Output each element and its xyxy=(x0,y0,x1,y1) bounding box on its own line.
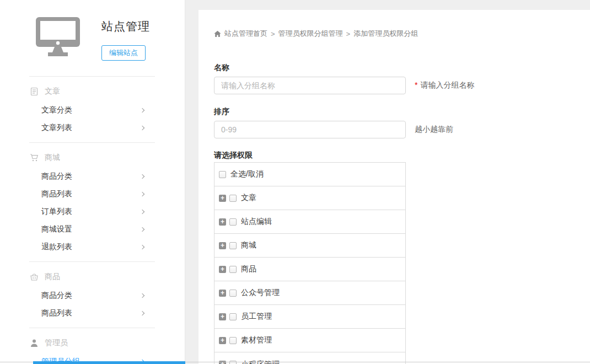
sidebar-item-goods-category[interactable]: 商品分类 xyxy=(0,168,185,185)
sidebar-section-admin: 管理员 xyxy=(0,338,185,349)
sidebar-item-product-list[interactable]: 商品列表 xyxy=(0,304,185,322)
edit-site-button[interactable]: 编辑站点 xyxy=(101,45,146,61)
menu-item-label: 文章列表 xyxy=(41,123,72,133)
permissions-label: 请选择权限 xyxy=(214,150,590,160)
permission-label: 文章 xyxy=(241,193,256,203)
divider xyxy=(29,328,155,328)
sidebar-section-articles: 文章 xyxy=(0,86,185,97)
permission-row-articles: 文章 xyxy=(214,186,405,210)
monitor-icon xyxy=(35,17,81,57)
checkbox[interactable] xyxy=(229,266,237,273)
menu-articles: 文章分类 文章列表 xyxy=(0,101,185,137)
chevron-right-icon xyxy=(140,174,144,179)
sort-field-row: 越小越靠前 xyxy=(214,121,590,138)
expand-plus-icon[interactable] xyxy=(219,195,226,202)
menu-item-label: 文章分类 xyxy=(41,105,72,115)
permission-label: 素材管理 xyxy=(241,335,272,345)
section-label: 文章 xyxy=(45,87,60,97)
sidebar-item-order-list[interactable]: 订单列表 xyxy=(0,203,185,221)
chevron-right-icon xyxy=(140,192,144,196)
sidebar-header-text: 站点管理 编辑站点 xyxy=(101,17,150,61)
breadcrumb-separator: > xyxy=(346,30,351,38)
checkbox[interactable] xyxy=(229,218,237,226)
checkbox[interactable] xyxy=(229,242,237,249)
sort-hint: 越小越靠前 xyxy=(415,125,453,135)
sidebar-next-item-highlight xyxy=(33,361,185,364)
menu-products: 商品分类 商品列表 xyxy=(0,287,185,322)
chevron-right-icon xyxy=(140,227,144,232)
section-label: 商城 xyxy=(45,153,60,163)
chevron-right-icon xyxy=(140,245,144,249)
person-icon xyxy=(30,339,39,347)
checkbox[interactable] xyxy=(229,290,237,297)
breadcrumb: 站点管理首页 > 管理员权限分组管理 > 添加管理员权限分组 xyxy=(214,29,590,39)
name-field-row: *请输入分组名称 xyxy=(214,77,590,94)
sort-label: 排序 xyxy=(214,106,590,116)
menu-item-label: 退款列表 xyxy=(41,242,72,252)
menu-item-label: 订单列表 xyxy=(41,207,72,217)
chevron-right-icon xyxy=(140,126,144,130)
permission-row-mall: 商城 xyxy=(214,234,405,258)
checkbox[interactable] xyxy=(229,337,237,344)
checkbox[interactable] xyxy=(229,313,237,320)
article-icon xyxy=(30,87,39,96)
permission-label: 商城 xyxy=(241,240,256,250)
expand-plus-icon[interactable] xyxy=(219,218,226,226)
menu-item-label: 商品列表 xyxy=(41,189,72,199)
expand-plus-icon[interactable] xyxy=(219,266,226,273)
sidebar: 站点管理 编辑站点 文章 文章分类 文章列表 xyxy=(0,0,185,364)
expand-plus-icon[interactable] xyxy=(219,242,226,249)
expand-plus-icon[interactable] xyxy=(219,361,226,364)
menu-item-label: 商品分类 xyxy=(41,172,72,181)
sidebar-section-mall: 商城 xyxy=(0,152,185,163)
permission-label: 商品 xyxy=(241,264,256,274)
sidebar-item-article-category[interactable]: 文章分类 xyxy=(0,101,185,119)
name-label: 名称 xyxy=(214,62,590,72)
sidebar-header: 站点管理 编辑站点 xyxy=(0,0,185,61)
basket-icon xyxy=(30,272,39,281)
divider xyxy=(29,142,155,143)
checkbox[interactable] xyxy=(229,361,237,364)
name-hint-text: 请输入分组名称 xyxy=(420,81,474,89)
permissions-table: 全选/取消 文章 站点编辑 商城 商品 公众号管理 xyxy=(214,162,406,364)
checkbox[interactable] xyxy=(219,171,226,178)
permission-row-select-all: 全选/取消 xyxy=(214,163,405,186)
section-label: 管理员 xyxy=(45,338,68,348)
permission-row-staff: 员工管理 xyxy=(214,305,405,329)
breadcrumb-group-management[interactable]: 管理员权限分组管理 xyxy=(278,29,343,39)
menu-item-label: 商城设置 xyxy=(41,224,72,234)
site-title: 站点管理 xyxy=(101,19,150,34)
required-asterisk: * xyxy=(415,81,417,89)
divider xyxy=(29,261,155,262)
breadcrumb-home[interactable]: 站点管理首页 xyxy=(224,29,267,39)
chevron-right-icon xyxy=(140,311,144,315)
cart-icon xyxy=(30,153,39,162)
permission-row-site-edit: 站点编辑 xyxy=(214,210,405,234)
sidebar-item-goods-list[interactable]: 商品列表 xyxy=(0,185,185,203)
main-panel: 站点管理首页 > 管理员权限分组管理 > 添加管理员权限分组 名称 *请输入分组… xyxy=(199,10,590,364)
permission-row-official-account: 公众号管理 xyxy=(214,281,405,305)
chevron-right-icon xyxy=(140,108,144,113)
expand-plus-icon[interactable] xyxy=(219,337,226,344)
name-hint: *请输入分组名称 xyxy=(415,81,474,90)
menu-mall: 商品分类 商品列表 订单列表 商城设置 退款列表 xyxy=(0,168,185,256)
menu-item-label: 商品分类 xyxy=(41,291,72,301)
sort-order-input[interactable] xyxy=(214,121,406,138)
divider xyxy=(29,76,155,77)
breadcrumb-current: 添加管理员权限分组 xyxy=(353,29,418,39)
sidebar-item-refund-list[interactable]: 退款列表 xyxy=(0,238,185,256)
home-icon xyxy=(214,30,221,38)
permission-row-materials: 素材管理 xyxy=(214,329,405,352)
section-label: 商品 xyxy=(45,272,60,282)
permission-label: 全选/取消 xyxy=(230,169,264,179)
chevron-right-icon xyxy=(140,293,144,298)
expand-plus-icon[interactable] xyxy=(219,313,226,320)
sidebar-item-mall-settings[interactable]: 商城设置 xyxy=(0,221,185,238)
sidebar-item-article-list[interactable]: 文章列表 xyxy=(0,119,185,137)
sidebar-item-product-category[interactable]: 商品分类 xyxy=(0,287,185,304)
group-name-input[interactable] xyxy=(214,77,406,94)
checkbox[interactable] xyxy=(229,195,237,202)
expand-plus-icon[interactable] xyxy=(219,290,226,297)
permission-label: 公众号管理 xyxy=(241,288,280,298)
menu-item-label: 商品列表 xyxy=(41,308,72,318)
